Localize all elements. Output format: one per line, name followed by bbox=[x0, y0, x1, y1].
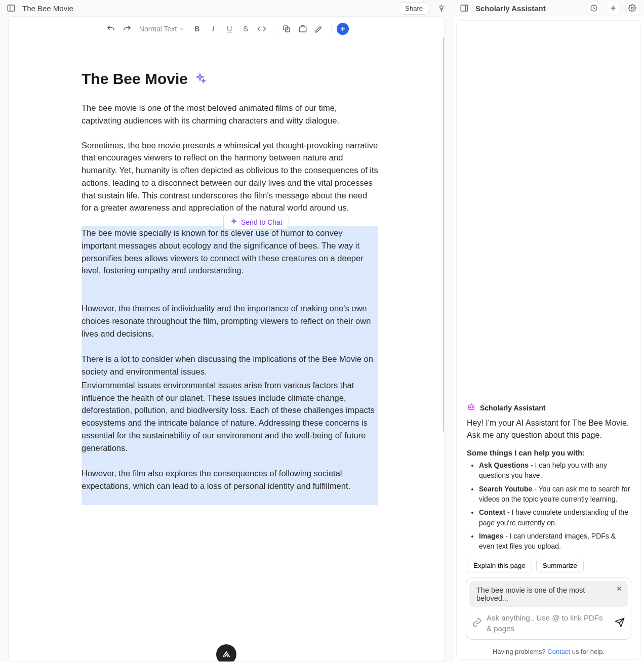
paragraph-selected: There is a lot to consider when discussi… bbox=[82, 352, 378, 379]
page-title: The Bee Movie bbox=[82, 70, 188, 88]
chat-input-field[interactable]: Ask anything.. Use @ to link PDFs & page… bbox=[487, 612, 610, 635]
footer-note: Having problems? Contact us for help. bbox=[462, 645, 635, 659]
panel-toggle-right-icon[interactable] bbox=[457, 1, 471, 15]
selection-spacer bbox=[82, 454, 378, 467]
assistant-panel: Scholarly Assistant Hey! I'm your AI Ass… bbox=[456, 20, 641, 660]
add-button[interactable] bbox=[337, 23, 349, 35]
svg-point-13 bbox=[631, 7, 633, 9]
text-style-dropdown[interactable]: Normal Text bbox=[136, 25, 188, 33]
svg-rect-8 bbox=[461, 5, 468, 11]
history-button[interactable] bbox=[586, 1, 601, 16]
send-to-chat-button[interactable]: Send to Chat bbox=[223, 215, 289, 230]
list-item: Search Youtube - You can ask me to searc… bbox=[479, 484, 630, 505]
assistant-help-list: Ask Questions - I can help you with any … bbox=[467, 460, 630, 551]
svg-point-16 bbox=[472, 407, 473, 408]
new-chat-button[interactable] bbox=[606, 1, 621, 16]
bottom-fab[interactable] bbox=[216, 644, 236, 662]
list-item: Context - I have complete understanding … bbox=[479, 507, 630, 528]
paragraph-selected: Enviornmental issues environmental issue… bbox=[82, 379, 378, 455]
editor-toolbar: Normal Text B I U S bbox=[9, 17, 444, 40]
assistant-title: Scholarly Assistant bbox=[475, 4, 582, 13]
doc-topbar: The Bee Movie Share bbox=[0, 0, 453, 16]
doc-title-header: The Bee Movie bbox=[22, 4, 393, 13]
explain-chip[interactable]: Explain this page bbox=[467, 559, 532, 572]
pin-icon[interactable] bbox=[434, 1, 449, 15]
paragraph: The bee movie is one of the most beloved… bbox=[82, 102, 378, 127]
highlight-button[interactable] bbox=[312, 22, 326, 36]
selection-spacer bbox=[82, 289, 378, 302]
selection-spacer bbox=[82, 340, 378, 352]
paragraph-selected: However, the themes of individuality and… bbox=[82, 302, 378, 340]
copy-button[interactable] bbox=[279, 22, 294, 36]
paragraph-selected: However, the film also explores the cons… bbox=[82, 467, 378, 493]
close-icon[interactable] bbox=[616, 585, 623, 594]
bold-button[interactable]: B bbox=[190, 22, 204, 36]
redo-button[interactable] bbox=[120, 22, 134, 36]
svg-rect-5 bbox=[299, 27, 306, 32]
document-body[interactable]: The Bee Movie The bee movie is one of th… bbox=[9, 40, 444, 661]
undo-button[interactable] bbox=[104, 22, 118, 36]
selection-spacer bbox=[82, 493, 378, 505]
svg-rect-0 bbox=[8, 5, 15, 11]
strikethrough-button[interactable]: S bbox=[238, 22, 253, 36]
assistant-greeting: Hey! I'm your AI Assistant for The Bee M… bbox=[467, 417, 630, 441]
contact-link[interactable]: Contact bbox=[547, 648, 570, 655]
document-card: Normal Text B I U S bbox=[8, 16, 445, 662]
quoted-text: The bee movie is one of the most beloved… bbox=[476, 586, 585, 602]
panel-toggle-icon[interactable] bbox=[4, 1, 18, 15]
list-item: Images - I can understand images, PDFs &… bbox=[479, 531, 630, 552]
briefcase-button[interactable] bbox=[296, 22, 310, 36]
underline-button[interactable]: U bbox=[222, 22, 236, 36]
send-icon[interactable] bbox=[615, 617, 625, 629]
assistant-avatar-icon bbox=[467, 402, 476, 413]
chat-input: The bee movie is one of the most beloved… bbox=[466, 577, 631, 640]
assistant-help-heading: Some things I can help you with: bbox=[467, 448, 630, 457]
svg-point-15 bbox=[470, 407, 471, 408]
list-item: Ask Questions - I can help you with any … bbox=[479, 460, 630, 481]
italic-button[interactable]: I bbox=[206, 22, 220, 36]
send-to-chat-label: Send to Chat bbox=[241, 218, 283, 226]
paragraph: Sometimes, the bee movie presents a whim… bbox=[82, 139, 378, 215]
paragraph-selected: The bee movie specially is known for its… bbox=[82, 226, 378, 277]
share-button[interactable]: Share bbox=[397, 2, 430, 15]
assistant-name: Scholarly Assistant bbox=[480, 404, 545, 412]
assistant-topbar: Scholarly Assistant bbox=[453, 0, 644, 16]
text-style-label: Normal Text bbox=[139, 25, 177, 33]
quoted-context: The bee movie is one of the most beloved… bbox=[469, 581, 628, 607]
summarize-chip[interactable]: Summarize bbox=[536, 559, 584, 572]
sparkle-icon[interactable] bbox=[194, 72, 206, 86]
code-button[interactable] bbox=[255, 22, 269, 36]
settings-button[interactable] bbox=[625, 1, 640, 16]
link-icon[interactable] bbox=[472, 618, 481, 629]
selection-spacer bbox=[82, 277, 378, 289]
